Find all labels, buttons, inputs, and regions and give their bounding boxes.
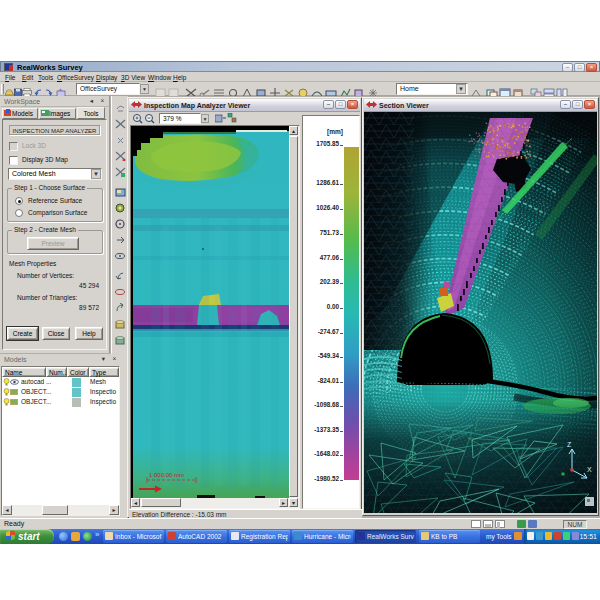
svg-text:Z: Z xyxy=(567,441,572,448)
svg-text:X: X xyxy=(587,466,592,473)
svg-text:1 000.00 mm: 1 000.00 mm xyxy=(149,472,184,478)
